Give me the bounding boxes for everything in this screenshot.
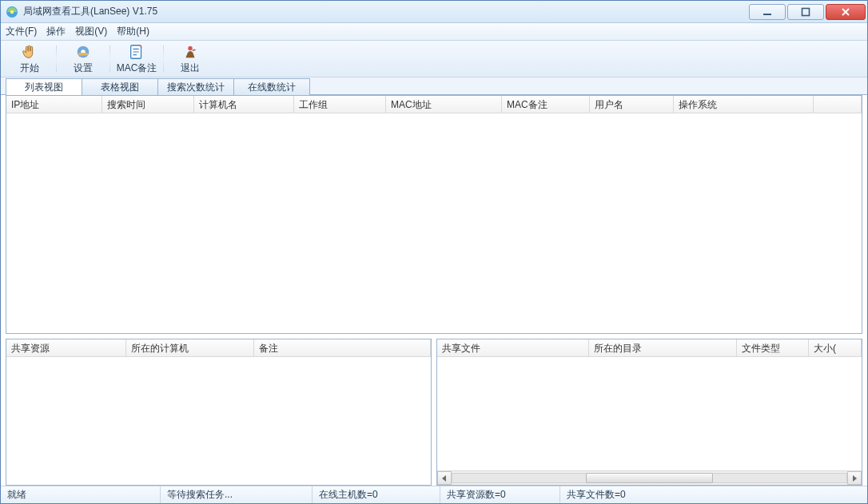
start-button[interactable]: 开始 <box>6 42 54 75</box>
titlebar: 局域网查看工具(LanSee) V1.75 <box>1 1 867 23</box>
bottom-panels: 共享资源 所在的计算机 备注 共享文件 所在的目录 文件类型 大小( <box>1 334 867 486</box>
tab-list-view[interactable]: 列表视图 <box>6 78 82 95</box>
col-mac[interactable]: MAC地址 <box>386 96 502 113</box>
file-header: 共享文件 所在的目录 文件类型 大小( <box>437 339 862 357</box>
settings-button[interactable]: 设置 <box>59 42 107 75</box>
col-share[interactable]: 共享资源 <box>6 339 126 356</box>
settings-label: 设置 <box>74 62 93 75</box>
exit-icon <box>181 43 199 61</box>
tab-search-stat[interactable]: 搜索次数统计 <box>157 78 234 95</box>
hand-icon <box>21 43 38 61</box>
menu-view[interactable]: 视图(V) <box>75 25 107 38</box>
svg-rect-2 <box>763 14 771 15</box>
menu-bar: 文件(F) 操作 视图(V) 帮助(H) <box>1 23 867 41</box>
toolbar-separator <box>109 46 110 72</box>
status-share-res: 共享资源数=0 <box>440 486 560 503</box>
col-size[interactable]: 大小( <box>809 339 862 356</box>
horizontal-scrollbar[interactable] <box>437 470 862 485</box>
svg-rect-6 <box>78 52 89 55</box>
tab-label: 表格视图 <box>101 81 139 94</box>
scroll-left-arrow[interactable] <box>437 471 452 485</box>
col-file[interactable]: 共享文件 <box>437 339 589 356</box>
svg-point-8 <box>188 46 193 50</box>
tab-online-stat[interactable]: 在线数统计 <box>233 78 310 95</box>
exit-button[interactable]: 退出 <box>166 42 214 75</box>
col-macnote[interactable]: MAC备注 <box>502 96 590 113</box>
col-workgroup[interactable]: 工作组 <box>294 96 386 113</box>
macnote-label: MAC备注 <box>117 62 157 75</box>
col-searchtime[interactable]: 搜索时间 <box>102 96 194 113</box>
exit-label: 退出 <box>181 62 200 75</box>
col-os[interactable]: 操作系统 <box>674 96 814 113</box>
gear-icon <box>74 43 92 61</box>
col-dir[interactable]: 所在的目录 <box>589 339 737 356</box>
col-host[interactable]: 所在的计算机 <box>126 339 254 356</box>
col-spare <box>814 96 862 113</box>
file-body[interactable] <box>437 357 862 470</box>
col-note[interactable]: 备注 <box>254 339 431 356</box>
status-share-files: 共享文件数=0 <box>560 486 867 503</box>
toolbar-separator <box>56 46 57 72</box>
minimize-button[interactable] <box>749 4 786 20</box>
main-table-panel: IP地址 搜索时间 计算机名 工作组 MAC地址 MAC备注 用户名 操作系统 <box>6 95 862 334</box>
share-file-panel: 共享文件 所在的目录 文件类型 大小( <box>436 339 862 486</box>
status-ready: 就绪 <box>1 486 161 503</box>
scroll-thumb[interactable] <box>586 473 713 483</box>
share-header: 共享资源 所在的计算机 备注 <box>6 339 431 357</box>
tab-label: 搜索次数统计 <box>167 81 225 94</box>
status-online-hosts: 在线主机数=0 <box>313 486 440 503</box>
scroll-right-arrow[interactable] <box>847 471 862 485</box>
tab-label: 在线数统计 <box>248 81 296 94</box>
macnote-button[interactable]: MAC备注 <box>113 42 161 75</box>
tab-label: 列表视图 <box>25 81 63 94</box>
share-resource-panel: 共享资源 所在的计算机 备注 <box>6 339 432 486</box>
app-icon <box>6 6 18 18</box>
col-username[interactable]: 用户名 <box>590 96 674 113</box>
col-type[interactable]: 文件类型 <box>737 339 809 356</box>
main-table-body[interactable] <box>6 113 862 333</box>
menu-operate[interactable]: 操作 <box>46 25 66 38</box>
toolbar: 开始 设置 MAC备注 退出 <box>1 41 867 77</box>
main-table-header: IP地址 搜索时间 计算机名 工作组 MAC地址 MAC备注 用户名 操作系统 <box>6 96 862 113</box>
tab-bar: 列表视图 表格视图 搜索次数统计 在线数统计 <box>1 77 867 95</box>
menu-file[interactable]: 文件(F) <box>6 25 37 38</box>
status-bar: 就绪 等待搜索任务... 在线主机数=0 共享资源数=0 共享文件数=0 <box>1 486 867 503</box>
svg-rect-3 <box>802 8 810 15</box>
tab-grid-view[interactable]: 表格视图 <box>82 78 158 95</box>
col-hostname[interactable]: 计算机名 <box>194 96 294 113</box>
window-controls <box>749 4 866 20</box>
toolbar-separator <box>163 46 164 72</box>
note-icon <box>128 43 145 61</box>
maximize-button[interactable] <box>787 4 824 20</box>
share-body[interactable] <box>6 357 431 485</box>
col-ip[interactable]: IP地址 <box>6 96 102 113</box>
close-button[interactable] <box>826 4 866 20</box>
app-window: 局域网查看工具(LanSee) V1.75 文件(F) 操作 视图(V) 帮助(… <box>0 0 868 504</box>
status-waiting: 等待搜索任务... <box>161 486 313 503</box>
svg-point-1 <box>10 10 14 13</box>
start-label: 开始 <box>20 62 39 75</box>
menu-help[interactable]: 帮助(H) <box>117 25 149 38</box>
window-title: 局域网查看工具(LanSee) V1.75 <box>23 5 749 18</box>
